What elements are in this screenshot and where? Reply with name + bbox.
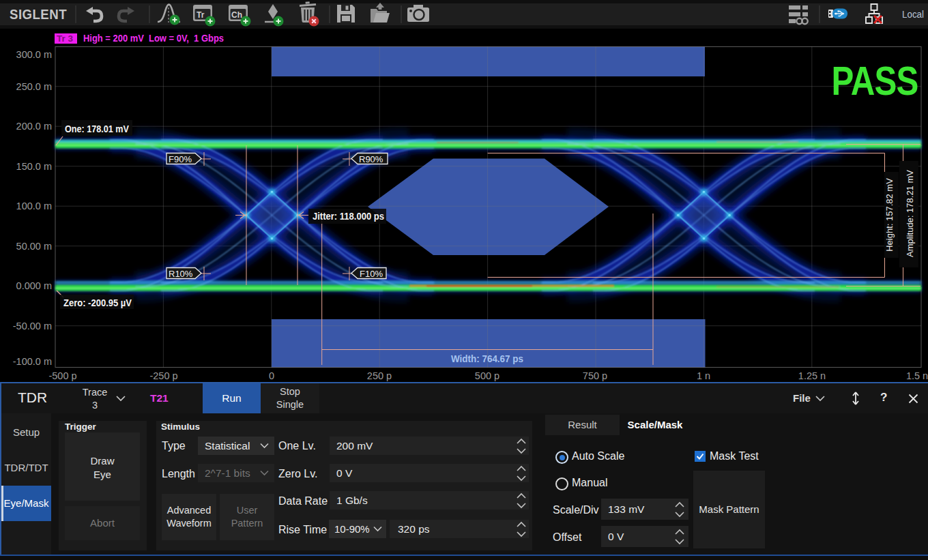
svg-text:Jitter: 118.000 ps: Jitter: 118.000 ps (313, 211, 384, 222)
svg-text:150.0 m: 150.0 m (16, 161, 52, 172)
svg-text:750 p: 750 p (583, 370, 607, 381)
svg-text:Amplitude: 178.21 mV: Amplitude: 178.21 mV (905, 170, 915, 257)
svg-text:Tr: Tr (197, 10, 205, 20)
svg-text:Height: 157.82 mV: Height: 157.82 mV (884, 178, 895, 252)
svg-text:0.000 m: 0.000 m (16, 280, 52, 291)
svg-text:SIGLENT: SIGLENT (10, 7, 67, 22)
svg-text:-50.00 m: -50.00 m (13, 321, 52, 331)
svg-text:250.0 m: 250.0 m (16, 81, 52, 92)
svg-text:R90%: R90% (359, 154, 383, 164)
svg-text:R10%: R10% (169, 269, 193, 279)
svg-text:F10%: F10% (360, 269, 383, 279)
svg-text:1.5 n: 1.5 n (906, 370, 928, 381)
svg-text:0: 0 (269, 370, 274, 381)
svg-text:High = 200 mV Low = 0V, 1 Gb: High = 200 mV Low = 0V, 1 Gbps (83, 32, 224, 44)
svg-text:Tr 3: Tr 3 (57, 33, 74, 44)
svg-text:-500 p: -500 p (48, 370, 76, 381)
svg-text:50.00 m: 50.00 m (16, 241, 52, 252)
svg-text:PASS: PASS (832, 58, 918, 104)
svg-text:Zero: -200.95 µV: Zero: -200.95 µV (63, 297, 132, 308)
svg-text:1.25 n: 1.25 n (798, 370, 826, 381)
svg-text:250 p: 250 p (367, 370, 392, 381)
svg-text:500 p: 500 p (475, 370, 499, 381)
svg-text:-250 p: -250 p (149, 370, 177, 381)
svg-text:Width: 764.67 ps: Width: 764.67 ps (451, 353, 523, 364)
svg-text:F90%: F90% (169, 154, 192, 164)
svg-text:Ch: Ch (231, 10, 242, 20)
svg-text:300.0 m: 300.0 m (16, 49, 52, 60)
svg-text:1 n: 1 n (697, 370, 710, 381)
svg-text:One: 178.01 mV: One: 178.01 mV (65, 123, 129, 134)
svg-text:-100.0 m: -100.0 m (13, 356, 52, 367)
svg-text:200.0 m: 200.0 m (16, 121, 52, 132)
svg-text:Local: Local (902, 8, 924, 20)
svg-text:100.0 m: 100.0 m (16, 201, 52, 211)
